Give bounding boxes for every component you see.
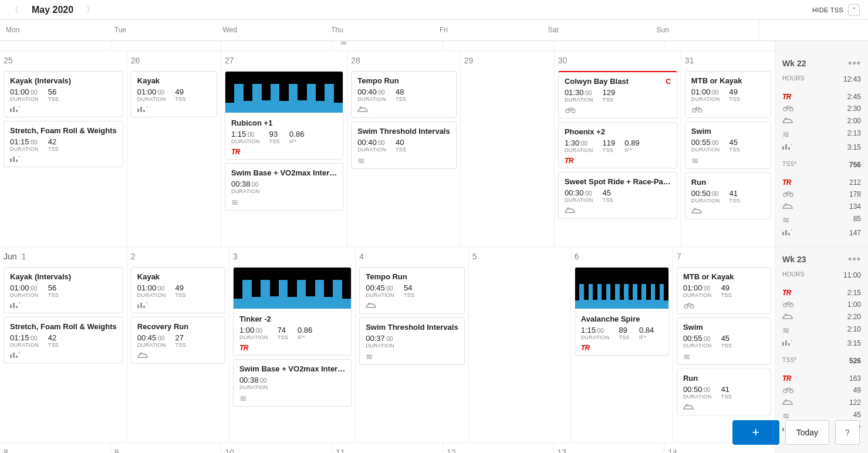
day-cell[interactable]: 7MTB or Kayak01:00:00DURATION49TSSSwim00… <box>673 247 775 442</box>
workout-card[interactable]: Sweet Spot Ride + Race-Pa…00:30:00DURATI… <box>558 172 677 219</box>
day-cell[interactable]: 3Tinker -21:00:00DURATION74TSS0.86IF*TRS… <box>229 247 356 442</box>
svg-rect-45 <box>785 340 787 346</box>
add-button[interactable]: + <box>732 420 779 445</box>
day-number: 8 <box>4 447 107 453</box>
day-cell[interactable]: 6Avalanche Spire1:15:00DURATION89TSS0.84… <box>571 247 673 442</box>
day-cell[interactable]: 30Colwyn Bay BlastC01:30:00DURATION129TS… <box>555 51 681 246</box>
day-cell[interactable]: 25Kayak (Intervals)01:00:00DURATION56TSS… <box>0 51 127 246</box>
strength-icon <box>10 155 21 164</box>
stats-row: 00:50:00DURATION41TSS <box>683 385 765 400</box>
day-cell[interactable]: 11 <box>332 443 443 453</box>
day-cell[interactable]: 28Tempo Run00:40:00DURATION48TSSSwim Thr… <box>347 51 461 246</box>
day-cell[interactable] <box>111 41 222 50</box>
day-cell[interactable]: 8 <box>0 443 111 453</box>
svg-rect-10 <box>143 110 145 112</box>
run-icon <box>691 207 702 216</box>
next-month-button[interactable]: 〉 <box>84 4 97 16</box>
day-cell[interactable]: 5 <box>469 247 571 442</box>
day-cell[interactable]: 2Kayak01:00:00DURATION49TSSRecovery Run0… <box>127 247 229 442</box>
workout-card[interactable]: Kayak (Intervals)01:00:00DURATION56TSS <box>4 71 123 117</box>
workout-card[interactable]: Recovery Run00:45:00DURATION27TSS <box>131 317 225 364</box>
day-cell[interactable]: 12 <box>443 443 554 453</box>
workout-card[interactable]: Phoenix +21:30:00DURATION119TSS0.89IF*TR <box>558 122 677 168</box>
workout-card[interactable]: Swim Base + VO2max Inter…00:38:00DURATIO… <box>225 163 343 211</box>
stats-row: 01:30:00DURATION129TSS <box>565 88 671 103</box>
day-cell[interactable]: 4Tempo Run00:45:00DURATION54TSSSwim Thre… <box>356 247 469 442</box>
workout-card[interactable]: Run00:50:00DURATION41TSS <box>685 173 771 219</box>
day-cell[interactable]: 26Kayak01:00:00DURATION49TSS <box>127 51 221 246</box>
svg-rect-19 <box>785 144 787 150</box>
workout-title: Recovery Run <box>137 322 219 331</box>
run-icon <box>683 403 694 412</box>
workout-card[interactable]: Swim Threshold Intervals00:37:00DURATION… <box>359 317 465 365</box>
today-button[interactable]: Today <box>785 420 829 445</box>
sport-icon-row: TR <box>231 148 337 155</box>
workout-chart <box>575 268 668 309</box>
day-cell[interactable]: 9 <box>111 443 222 453</box>
day-cell[interactable]: 31MTB or Kayak01:00:00DURATION49TSSSwim0… <box>681 51 775 246</box>
workout-card[interactable]: Run00:50:00DURATION41TSS <box>677 369 771 415</box>
svg-rect-20 <box>788 147 790 150</box>
day-cell[interactable] <box>0 41 111 50</box>
tr-icon: TR <box>782 93 791 101</box>
workout-card[interactable]: Swim Base + VO2max Inter…00:38:00DURATIO… <box>233 359 352 407</box>
svg-rect-25 <box>785 230 787 235</box>
workout-card[interactable]: Tempo Run00:45:00DURATION54TSS <box>359 267 465 314</box>
workout-card[interactable]: Tinker -21:00:00DURATION74TSS0.86IF*TR <box>233 267 352 356</box>
calendar-body[interactable]: ≋25Kayak (Intervals)01:00:00DURATION56TS… <box>0 41 868 453</box>
run-icon <box>782 399 793 407</box>
header: 〈 May 2020 〉 HIDE TSS ⌃ <box>0 0 868 20</box>
run-icon <box>782 313 793 322</box>
workout-card[interactable]: Rubicon +11:15:00DURATION93TSS0.86IF*TR <box>225 71 343 160</box>
svg-rect-8 <box>137 109 139 112</box>
workout-title: MTB or Kayak <box>691 76 765 85</box>
day-cell[interactable]: 10 <box>221 443 332 453</box>
workout-card[interactable]: MTB or Kayak01:00:00DURATION49TSS <box>677 267 771 314</box>
run-icon <box>137 351 148 360</box>
workout-card[interactable]: Colwyn Bay BlastC01:30:00DURATION129TSS <box>558 71 677 119</box>
sport-icon-row <box>565 207 671 215</box>
day-number: 6 <box>575 251 669 263</box>
workout-card[interactable]: Tempo Run00:40:00DURATION48TSS <box>351 71 457 118</box>
week-menu-button[interactable]: ••• <box>848 253 861 265</box>
hide-tss-toggle[interactable]: HIDE TSS <box>812 6 843 13</box>
day-cell[interactable] <box>221 41 332 50</box>
stats-row: 01:00:00DURATION56TSS <box>10 283 117 298</box>
day-number: 14 <box>668 447 771 453</box>
workout-card[interactable]: Swim00:55:00DURATION45TSS≋ <box>685 121 771 169</box>
svg-point-31 <box>19 302 20 303</box>
svg-point-21 <box>791 144 792 145</box>
help-button[interactable]: ? <box>835 420 860 445</box>
swim-icon: ≋ <box>683 351 691 361</box>
day-cell[interactable] <box>443 41 554 50</box>
workout-card[interactable]: Swim Threshold Intervals00:40:00DURATION… <box>351 121 457 169</box>
day-cell[interactable]: 29 <box>461 51 555 246</box>
workout-card[interactable]: Kayak (Intervals)01:00:00DURATION56TSS <box>4 267 123 313</box>
day-number: Jun 1 <box>4 251 123 263</box>
day-number: 7 <box>677 251 771 263</box>
day-cell[interactable]: Jun 1Kayak (Intervals)01:00:00DURATION56… <box>0 247 127 442</box>
workout-card[interactable]: Kayak01:00:00DURATION49TSS <box>131 71 217 117</box>
workout-title: Colwyn Bay BlastC <box>565 77 671 86</box>
workout-card[interactable]: Swim00:55:00DURATION45TSS≋ <box>677 317 771 365</box>
workout-card[interactable]: Kayak01:00:00DURATION49TSS <box>131 267 225 313</box>
workout-title: Kayak (Intervals) <box>10 272 117 281</box>
day-cell[interactable]: ≋ <box>332 41 443 50</box>
workout-card[interactable]: Stretch, Foam Roll & Weights01:15:00DURA… <box>4 121 123 167</box>
race-badge: C <box>666 77 671 86</box>
day-cell[interactable]: 13 <box>554 443 665 453</box>
workout-card[interactable]: Stretch, Foam Roll & Weights01:15:00DURA… <box>4 317 123 363</box>
week-menu-button[interactable]: ••• <box>848 57 861 69</box>
day-cell[interactable] <box>554 41 665 50</box>
workout-card[interactable]: Avalanche Spire1:15:00DURATION89TSS0.84I… <box>575 267 669 356</box>
workout-card[interactable]: MTB or Kayak01:00:00DURATION49TSS <box>685 71 771 118</box>
sport-icon-row <box>565 106 671 114</box>
week-summary: Wk 23•••HOURS11:00TR2:151:002:20≋2:103:1… <box>775 247 868 442</box>
day-cell[interactable]: 27Rubicon +11:15:00DURATION93TSS0.86IF*T… <box>221 51 347 246</box>
prev-month-button[interactable]: 〈 <box>8 4 21 16</box>
stats-row: 01:00:00DURATION49TSS <box>691 87 765 102</box>
svg-rect-4 <box>10 158 12 162</box>
svg-point-7 <box>19 156 20 157</box>
collapse-button[interactable]: ⌃ <box>848 4 860 16</box>
day-cell[interactable] <box>664 41 775 50</box>
